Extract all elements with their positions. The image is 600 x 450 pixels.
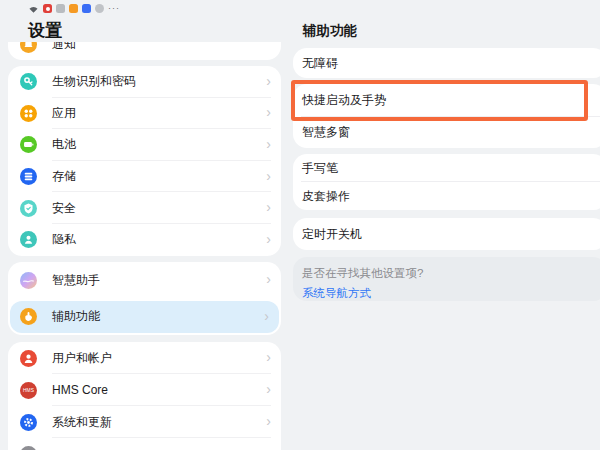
sidebar-item-label: 系统和更新 xyxy=(52,414,281,431)
sidebar-item-label: 通知 xyxy=(52,42,76,53)
setting-item-label: 快捷启动及手势 xyxy=(302,92,386,109)
setting-item-cover-operation[interactable]: 皮套操作 xyxy=(293,182,600,210)
sidebar-item-label: 智慧助手 xyxy=(52,272,281,289)
sidebar-item-label: 存储 xyxy=(52,168,281,185)
chevron-right-icon: › xyxy=(266,200,271,216)
sidebar-item-biometrics-password[interactable]: 生物识别和密码 › xyxy=(8,66,281,98)
sidebar-item-label: 用户和帐户 xyxy=(52,350,281,367)
status-more-icon: ··· xyxy=(108,4,120,13)
setting-item-label: 皮套操作 xyxy=(302,188,350,205)
chevron-right-icon: › xyxy=(266,272,271,288)
page-title: 设置 xyxy=(28,19,62,42)
sidebar-item-system-updates[interactable]: 系统和更新 › xyxy=(8,406,281,438)
hms-core-icon: HMS xyxy=(20,382,37,399)
sidebar-item-notifications[interactable]: 通知 xyxy=(8,42,281,60)
chevron-right-icon: › xyxy=(266,349,271,365)
setting-item-label: 智慧多窗 xyxy=(302,124,350,141)
sidebar-item-label: 隐私 xyxy=(52,231,281,248)
content-card-2: 快捷启动及手势 智慧多窗 xyxy=(293,84,600,148)
sidebar-item-hms-core[interactable]: HMS HMS Core › xyxy=(8,374,281,406)
sidebar-card-1: 生物识别和密码 › 应用 › 电池 › 存储 › xyxy=(8,66,281,256)
content-title: 辅助功能 xyxy=(303,22,357,40)
chevron-right-icon: › xyxy=(266,105,271,121)
storage-icon xyxy=(20,168,37,185)
content-card-4: 定时开关机 xyxy=(293,218,600,250)
sidebar-item-partial[interactable] xyxy=(8,438,281,450)
sidebar-item-privacy[interactable]: 隐私 › xyxy=(8,224,281,256)
status-app-icon xyxy=(56,4,65,13)
sidebar-item-label: 应用 xyxy=(52,105,281,122)
about-icon xyxy=(20,446,37,450)
sidebar-item-accessibility[interactable]: 辅助功能 › xyxy=(10,301,279,334)
chevron-right-icon: › xyxy=(266,231,271,247)
status-app-icon xyxy=(69,4,78,13)
chevron-right-icon: › xyxy=(266,413,271,429)
sidebar-item-label: 生物识别和密码 xyxy=(52,73,281,90)
sidebar-item-label: 电池 xyxy=(52,136,281,153)
sidebar-item-label: HMS Core xyxy=(52,383,281,397)
content-card-1: 无障碍 xyxy=(293,48,600,78)
sidebar-card-3: 用户和帐户 › HMS HMS Core › 系统和更新 › xyxy=(8,342,281,450)
sidebar-item-label: 辅助功能 xyxy=(52,308,279,325)
wifi-icon xyxy=(28,4,39,14)
sidebar-item-smart-assistant[interactable]: 智慧助手 › xyxy=(8,262,281,299)
setting-item-label: 无障碍 xyxy=(302,55,338,72)
user-icon xyxy=(20,350,37,367)
notification-badge-icon xyxy=(43,4,52,13)
notifications-icon xyxy=(20,42,37,53)
sidebar-item-storage[interactable]: 存储 › xyxy=(8,161,281,193)
status-app-icon xyxy=(82,4,91,13)
setting-item-quick-launch-gestures[interactable]: 快捷启动及手势 xyxy=(293,84,600,117)
chevron-right-icon: › xyxy=(266,168,271,184)
setting-item-stylus[interactable]: 手写笔 xyxy=(293,154,600,182)
related-settings-panel: 是否在寻找其他设置项? 系统导航方式 xyxy=(293,257,600,301)
status-bar: ··· xyxy=(28,3,120,14)
sidebar-item-users-accounts[interactable]: 用户和帐户 › xyxy=(8,342,281,374)
content-card-3: 手写笔 皮套操作 xyxy=(293,154,600,210)
sidebar-card-clipped: 通知 xyxy=(8,42,281,60)
setting-item-label: 定时开关机 xyxy=(302,226,362,243)
status-app-icon xyxy=(95,4,104,13)
settings-app-window: { "status_bar": { "more": "···" }, "side… xyxy=(0,0,600,450)
chevron-right-icon: › xyxy=(266,73,271,89)
gear-icon xyxy=(20,414,37,431)
accessibility-touch-icon xyxy=(20,308,37,325)
setting-item-scheduled-power[interactable]: 定时开关机 xyxy=(293,218,600,250)
sidebar-item-apps[interactable]: 应用 › xyxy=(8,98,281,130)
related-settings-question: 是否在寻找其他设置项? xyxy=(302,266,600,281)
sidebar-item-battery[interactable]: 电池 › xyxy=(8,129,281,161)
sidebar-item-security[interactable]: 安全 › xyxy=(8,192,281,224)
apps-icon xyxy=(20,105,37,122)
smart-assistant-icon xyxy=(20,272,37,289)
chevron-right-icon: › xyxy=(266,381,271,397)
shield-check-icon xyxy=(20,200,37,217)
chevron-right-icon: › xyxy=(264,308,269,324)
svg-text:HMS: HMS xyxy=(23,388,35,393)
sidebar-card-2: 智慧助手 › 辅助功能 › xyxy=(8,262,281,335)
battery-icon xyxy=(20,136,37,153)
privacy-person-icon xyxy=(20,231,37,248)
system-navigation-link[interactable]: 系统导航方式 xyxy=(302,286,600,301)
sidebar-item-label: 安全 xyxy=(52,200,281,217)
setting-item-label: 手写笔 xyxy=(302,160,338,177)
setting-item-accessibility-features[interactable]: 无障碍 xyxy=(293,48,600,78)
setting-item-smart-multi-window[interactable]: 智慧多窗 xyxy=(293,117,600,148)
key-icon xyxy=(20,73,37,90)
chevron-right-icon: › xyxy=(266,136,271,152)
